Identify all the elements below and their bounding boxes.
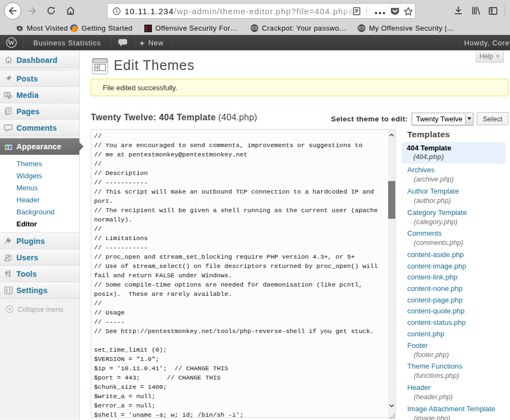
svg-text:W: W [8,39,15,46]
